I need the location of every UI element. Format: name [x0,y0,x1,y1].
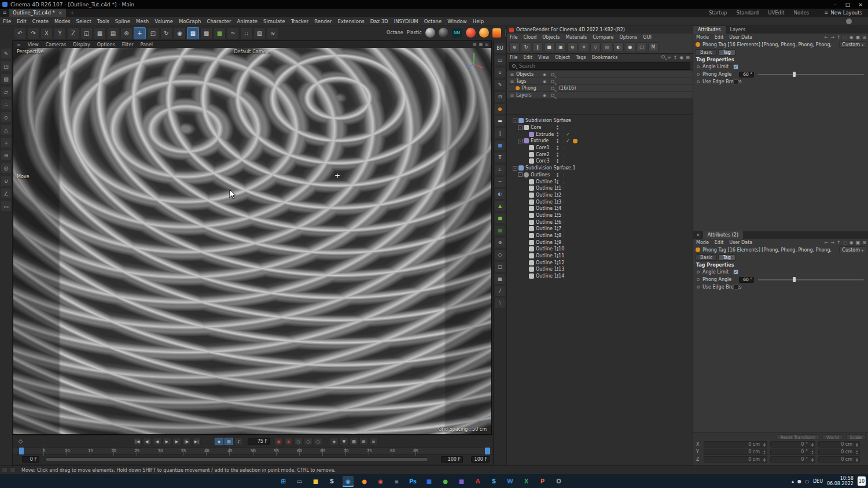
divider-icon[interactable]: | [495,128,505,138]
visibility-dots[interactable] [557,153,558,157]
text-tool-icon[interactable]: T [495,153,505,162]
spinner-icon[interactable] [856,443,858,447]
attributes-menu-item[interactable]: User Data [726,35,755,40]
range-end-field-2[interactable]: 100 F [471,456,490,463]
slider[interactable] [758,276,864,283]
keyframe-dot[interactable] [697,278,700,281]
octane-menu-item[interactable]: GUI [640,35,654,40]
marker-button[interactable]: ▼ [340,438,348,445]
edges-mode-icon[interactable]: ◇ [1,112,11,122]
visibility-dots[interactable] [557,254,558,258]
menu-item[interactable]: Create [30,19,52,24]
eye-icon[interactable]: ◉ [543,72,546,77]
menu-item[interactable]: Character [204,19,234,24]
visibility-dots[interactable] [557,241,558,245]
octane-menu-item[interactable]: Cloud [520,35,539,40]
keyframe-dot[interactable] [697,73,700,76]
powerpoint-icon[interactable]: P [537,476,548,487]
filter-icon[interactable]: ≡ [667,55,671,60]
workplane-lock-icon[interactable]: ▭ [1,201,11,211]
firefox-icon[interactable]: ● [359,476,370,487]
menu-item[interactable]: Daz 3D [367,19,391,24]
viewport-settings-icon[interactable]: ▤ [473,42,477,47]
minimize-button[interactable]: – [829,2,841,8]
record-position-button[interactable]: ○ [294,438,303,445]
tray-chevron-icon[interactable]: ▴ [792,479,794,484]
visibility-dots[interactable] [557,200,558,204]
splitter[interactable] [507,114,693,115]
bu-palette-icon[interactable]: BU [495,43,505,53]
tree-row[interactable]: Outline 1.14 ⋮ ✓ [507,273,693,280]
octane-material-icon[interactable]: ● [625,42,635,52]
visibility-dots[interactable] [557,234,558,238]
visibility-dots[interactable] [557,139,558,143]
chrome-icon[interactable]: ◉ [375,476,386,487]
plane-icon[interactable]: ▬ [495,116,505,126]
rotation-field[interactable]: 0 ° [770,456,815,463]
pin-icon[interactable]: ◉ [849,35,854,40]
tree-row[interactable]: Outline 1.12 ⋮ ✓ [507,259,693,266]
magnifier-icon[interactable] [551,94,554,97]
mograph-button[interactable]: ∷ [240,27,252,39]
magnet-icon[interactable]: ∪ [495,68,505,77]
tab-layers[interactable]: Layers [726,26,750,34]
hdri-environment-icon[interactable]: ◐ [613,42,624,52]
menu-item[interactable]: Select [73,19,94,24]
keyframe-dot[interactable] [697,271,700,273]
node-editor-icon[interactable]: ⊟ [495,92,505,102]
points-mode-icon[interactable]: ∴ [1,99,11,109]
layout-link[interactable]: Nodes [794,10,810,16]
visibility-dots[interactable] [557,247,558,251]
tree-row[interactable]: Core2 ⋮ ✓ [507,151,693,158]
options-button[interactable]: ≡ [369,438,378,445]
axis-y-lock-button[interactable]: Y [54,27,66,39]
layout-link[interactable]: Startup [709,10,727,16]
spinner-icon[interactable] [856,458,858,462]
circle-tool-icon[interactable]: ○ [495,250,505,260]
menu-item[interactable]: Modes [52,19,73,24]
steam-icon[interactable]: S [326,476,337,487]
keyframe-diamond-icon[interactable]: ◇ [19,438,23,444]
search-icon[interactable]: ◌ [843,240,847,245]
onedrive-icon[interactable]: ○ [805,479,809,484]
enabled-check-icon[interactable]: ✓ [566,138,570,143]
workplane-mode-icon[interactable]: ▱ [1,87,11,97]
photoshop-icon[interactable]: Ps [407,476,418,487]
goto-start-button[interactable]: |◀ [133,438,142,445]
autodesk-icon[interactable]: A [472,476,483,487]
attributes-menu-item[interactable]: Mode [693,240,712,245]
tree-row[interactable]: Outline 1.4 ⋮ ✓ [507,205,693,212]
lock-icon[interactable]: ▣ [856,240,860,245]
octane-menu-item[interactable]: Objects [539,35,562,40]
back-icon[interactable]: ← [825,240,829,245]
new-panel-icon[interactable]: ⊞ [862,240,866,245]
undo-icon[interactable]: ↶ [14,27,26,39]
visibility-dots[interactable] [557,166,558,170]
media-app-icon[interactable]: ▪ [391,476,402,487]
start-button[interactable]: ⊞ [278,476,289,487]
tree-row[interactable]: Extrude ⋮ ✓ [507,131,693,138]
tree-row[interactable]: Outline 1.3 ⋮ ✓ [507,198,693,205]
render-view-button[interactable]: ▦ [94,27,106,39]
slider[interactable] [758,71,864,77]
tree-row[interactable]: - Subdivision Surface ⋮ ✓ [507,117,693,124]
brush-icon[interactable]: \ [495,298,505,308]
scale-field[interactable]: 0 cm [818,441,860,448]
visibility-dots[interactable] [557,261,558,265]
tree-row[interactable]: - Core ⋮ ✓ [507,124,693,131]
tree-row[interactable]: Outline 1 ⋮ ✓ [507,178,693,185]
spinner-icon[interactable] [811,443,814,447]
viewport-menu-item[interactable]: Filter [119,42,137,47]
scale-field[interactable]: 0 cm [818,449,860,455]
visibility-dots[interactable] [557,206,558,210]
keyframe-dot[interactable] [697,286,700,289]
record-keyframe-button[interactable]: ● [274,438,283,445]
menu-item[interactable]: Spline [112,19,133,24]
blue-app-icon[interactable]: ■ [424,476,435,487]
green-cone-icon[interactable]: ▲ [495,201,505,211]
timeline-scrollbar[interactable] [45,457,428,461]
viewport-menu-item[interactable]: Cameras [42,42,70,47]
visibility-dots[interactable] [557,213,558,217]
scale-tool-button[interactable]: ◰ [147,27,159,39]
checkbox[interactable]: ✓ [733,284,738,290]
